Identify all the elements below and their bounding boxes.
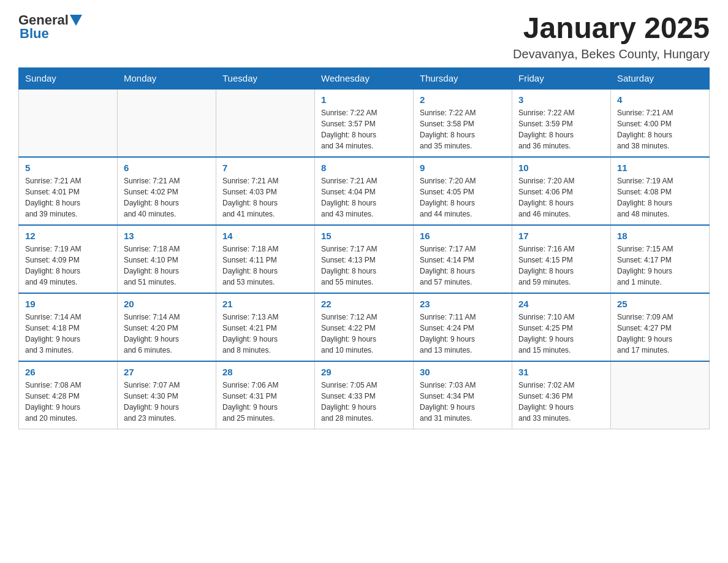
day-number: 14 [222,231,308,241]
logo: General Blue [18,12,82,42]
day-info: Sunrise: 7:17 AM Sunset: 4:13 PM Dayligh… [321,243,407,288]
day-number: 17 [518,231,604,241]
day-number: 21 [222,299,308,309]
day-info: Sunrise: 7:18 AM Sunset: 4:10 PM Dayligh… [124,243,210,288]
day-number: 18 [617,231,703,241]
day-number: 30 [420,367,506,377]
calendar-cell: 30Sunrise: 7:03 AM Sunset: 4:34 PM Dayli… [414,361,512,429]
calendar-cell [216,89,315,157]
day-info: Sunrise: 7:14 AM Sunset: 4:20 PM Dayligh… [124,312,210,356]
day-info: Sunrise: 7:11 AM Sunset: 4:24 PM Dayligh… [420,312,506,356]
day-number: 31 [518,367,604,377]
calendar-cell: 11Sunrise: 7:19 AM Sunset: 4:08 PM Dayli… [611,157,710,225]
calendar-cell: 12Sunrise: 7:19 AM Sunset: 4:09 PM Dayli… [19,225,118,293]
week-row-3: 12Sunrise: 7:19 AM Sunset: 4:09 PM Dayli… [19,225,710,293]
calendar-cell: 3Sunrise: 7:22 AM Sunset: 3:59 PM Daylig… [512,89,611,157]
day-info: Sunrise: 7:14 AM Sunset: 4:18 PM Dayligh… [25,312,111,356]
day-number: 16 [420,231,506,241]
weekday-header-row: SundayMondayTuesdayWednesdayThursdayFrid… [19,67,710,89]
day-info: Sunrise: 7:07 AM Sunset: 4:30 PM Dayligh… [124,380,210,424]
page-header: General Blue January 2025 Devavanya, Bek… [18,12,710,61]
weekday-header-saturday: Saturday [611,67,710,89]
day-info: Sunrise: 7:12 AM Sunset: 4:22 PM Dayligh… [321,312,407,356]
location-subtitle: Devavanya, Bekes County, Hungary [513,47,710,61]
day-number: 12 [25,231,111,241]
weekday-header-thursday: Thursday [414,67,512,89]
title-block: January 2025 Devavanya, Bekes County, Hu… [513,12,710,61]
day-info: Sunrise: 7:19 AM Sunset: 4:08 PM Dayligh… [617,175,703,220]
calendar-cell [118,89,216,157]
weekday-header-friday: Friday [512,67,611,89]
calendar-cell [611,361,710,429]
day-info: Sunrise: 7:22 AM Sunset: 3:59 PM Dayligh… [518,107,604,151]
day-info: Sunrise: 7:17 AM Sunset: 4:14 PM Dayligh… [420,243,506,288]
day-number: 24 [518,299,604,309]
calendar-cell: 2Sunrise: 7:22 AM Sunset: 3:58 PM Daylig… [414,89,512,157]
calendar-cell: 16Sunrise: 7:17 AM Sunset: 4:14 PM Dayli… [414,225,512,293]
calendar-cell: 31Sunrise: 7:02 AM Sunset: 4:36 PM Dayli… [512,361,611,429]
calendar-cell: 19Sunrise: 7:14 AM Sunset: 4:18 PM Dayli… [19,293,118,361]
calendar-cell: 5Sunrise: 7:21 AM Sunset: 4:01 PM Daylig… [19,157,118,225]
day-info: Sunrise: 7:13 AM Sunset: 4:21 PM Dayligh… [222,312,308,356]
day-number: 13 [124,231,210,241]
calendar-cell: 23Sunrise: 7:11 AM Sunset: 4:24 PM Dayli… [414,293,512,361]
calendar-cell: 14Sunrise: 7:18 AM Sunset: 4:11 PM Dayli… [216,225,315,293]
day-number: 7 [222,163,308,173]
svg-marker-0 [70,15,82,26]
day-number: 22 [321,299,407,309]
day-info: Sunrise: 7:16 AM Sunset: 4:15 PM Dayligh… [518,243,604,288]
calendar-cell: 22Sunrise: 7:12 AM Sunset: 4:22 PM Dayli… [315,293,414,361]
day-number: 8 [321,163,407,173]
day-number: 28 [222,367,308,377]
day-number: 9 [420,163,506,173]
logo-triangle-icon [70,15,82,27]
month-title: January 2025 [513,12,710,45]
day-info: Sunrise: 7:20 AM Sunset: 4:06 PM Dayligh… [518,175,604,220]
day-info: Sunrise: 7:21 AM Sunset: 4:01 PM Dayligh… [25,175,111,220]
day-number: 19 [25,299,111,309]
day-number: 23 [420,299,506,309]
calendar-cell: 4Sunrise: 7:21 AM Sunset: 4:00 PM Daylig… [611,89,710,157]
calendar-cell: 29Sunrise: 7:05 AM Sunset: 4:33 PM Dayli… [315,361,414,429]
calendar-cell: 24Sunrise: 7:10 AM Sunset: 4:25 PM Dayli… [512,293,611,361]
day-number: 25 [617,299,703,309]
weekday-header-monday: Monday [118,67,216,89]
day-number: 4 [617,94,703,105]
day-number: 29 [321,367,407,377]
weekday-header-tuesday: Tuesday [216,67,315,89]
day-info: Sunrise: 7:08 AM Sunset: 4:28 PM Dayligh… [25,380,111,424]
calendar-cell [19,89,118,157]
calendar-cell: 8Sunrise: 7:21 AM Sunset: 4:04 PM Daylig… [315,157,414,225]
day-number: 1 [321,94,407,105]
calendar-cell: 27Sunrise: 7:07 AM Sunset: 4:30 PM Dayli… [118,361,216,429]
calendar-cell: 25Sunrise: 7:09 AM Sunset: 4:27 PM Dayli… [611,293,710,361]
day-info: Sunrise: 7:21 AM Sunset: 4:03 PM Dayligh… [222,175,308,220]
calendar-cell: 6Sunrise: 7:21 AM Sunset: 4:02 PM Daylig… [118,157,216,225]
week-row-4: 19Sunrise: 7:14 AM Sunset: 4:18 PM Dayli… [19,293,710,361]
calendar-cell: 17Sunrise: 7:16 AM Sunset: 4:15 PM Dayli… [512,225,611,293]
calendar-cell: 18Sunrise: 7:15 AM Sunset: 4:17 PM Dayli… [611,225,710,293]
day-number: 15 [321,231,407,241]
calendar-cell: 13Sunrise: 7:18 AM Sunset: 4:10 PM Dayli… [118,225,216,293]
day-number: 11 [617,163,703,173]
day-info: Sunrise: 7:18 AM Sunset: 4:11 PM Dayligh… [222,243,308,288]
calendar-cell: 9Sunrise: 7:20 AM Sunset: 4:05 PM Daylig… [414,157,512,225]
day-info: Sunrise: 7:20 AM Sunset: 4:05 PM Dayligh… [420,175,506,220]
day-number: 3 [518,94,604,105]
day-number: 10 [518,163,604,173]
calendar-cell: 10Sunrise: 7:20 AM Sunset: 4:06 PM Dayli… [512,157,611,225]
day-number: 6 [124,163,210,173]
day-info: Sunrise: 7:22 AM Sunset: 3:57 PM Dayligh… [321,107,407,151]
day-number: 27 [124,367,210,377]
weekday-header-sunday: Sunday [19,67,118,89]
calendar-cell: 15Sunrise: 7:17 AM Sunset: 4:13 PM Dayli… [315,225,414,293]
day-info: Sunrise: 7:05 AM Sunset: 4:33 PM Dayligh… [321,380,407,424]
day-info: Sunrise: 7:09 AM Sunset: 4:27 PM Dayligh… [617,312,703,356]
day-number: 26 [25,367,111,377]
calendar-cell: 28Sunrise: 7:06 AM Sunset: 4:31 PM Dayli… [216,361,315,429]
day-info: Sunrise: 7:19 AM Sunset: 4:09 PM Dayligh… [25,243,111,288]
day-info: Sunrise: 7:15 AM Sunset: 4:17 PM Dayligh… [617,243,703,288]
weekday-header-wednesday: Wednesday [315,67,414,89]
calendar-cell: 26Sunrise: 7:08 AM Sunset: 4:28 PM Dayli… [19,361,118,429]
day-number: 2 [420,94,506,105]
